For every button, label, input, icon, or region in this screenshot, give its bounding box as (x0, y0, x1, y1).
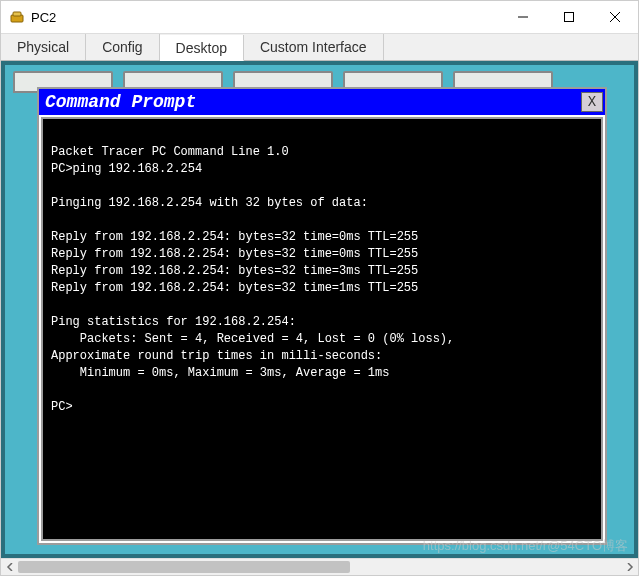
tab-label: Desktop (176, 40, 227, 56)
tab-custom-interface[interactable]: Custom Interface (244, 34, 384, 60)
command-prompt-window: Command Prompt X Packet Tracer PC Comman… (37, 87, 607, 545)
maximize-icon (564, 12, 574, 22)
close-icon (610, 12, 620, 22)
close-x-label: X (588, 94, 596, 110)
titlebar: PC2 (1, 1, 638, 33)
content-area: Command Prompt X Packet Tracer PC Comman… (1, 61, 638, 575)
scroll-right-arrow[interactable] (621, 559, 638, 575)
scroll-track[interactable] (18, 559, 621, 575)
close-button[interactable] (592, 1, 638, 33)
svg-rect-1 (13, 12, 21, 16)
svg-rect-3 (565, 13, 574, 22)
chevron-right-icon (626, 563, 634, 571)
minimize-icon (518, 12, 528, 22)
tab-label: Config (102, 39, 142, 55)
command-prompt-titlebar[interactable]: Command Prompt X (39, 89, 605, 115)
scroll-left-arrow[interactable] (1, 559, 18, 575)
app-window: PC2 Physical Config Desktop Custom Inter… (0, 0, 639, 576)
window-title: PC2 (31, 10, 500, 25)
tab-label: Custom Interface (260, 39, 367, 55)
tab-bar: Physical Config Desktop Custom Interface (1, 33, 638, 61)
command-prompt-title: Command Prompt (45, 92, 581, 112)
tab-physical[interactable]: Physical (1, 34, 86, 60)
horizontal-scrollbar[interactable] (1, 558, 638, 575)
minimize-button[interactable] (500, 1, 546, 33)
scroll-thumb[interactable] (18, 561, 350, 573)
chevron-left-icon (6, 563, 14, 571)
tab-config[interactable]: Config (86, 34, 159, 60)
desktop-background: Command Prompt X Packet Tracer PC Comman… (1, 61, 638, 558)
window-controls (500, 1, 638, 33)
command-prompt-close-button[interactable]: X (581, 92, 603, 112)
maximize-button[interactable] (546, 1, 592, 33)
tab-desktop[interactable]: Desktop (160, 35, 244, 61)
app-icon (9, 9, 25, 25)
command-prompt-terminal[interactable]: Packet Tracer PC Command Line 1.0 PC>pin… (41, 117, 603, 541)
tab-label: Physical (17, 39, 69, 55)
